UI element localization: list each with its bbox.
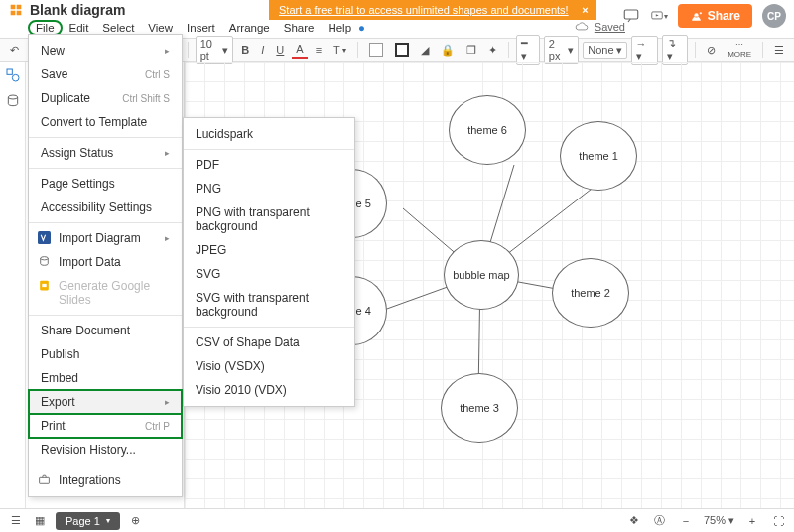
app-logo: [8, 2, 24, 18]
svg-point-3: [12, 74, 19, 81]
shapes-icon[interactable]: [5, 67, 21, 83]
slides-icon: [38, 279, 51, 292]
svg-point-13: [41, 257, 49, 260]
menu-assign-status[interactable]: Assign Status▸: [29, 141, 182, 165]
data-icon[interactable]: [5, 93, 21, 109]
center-node[interactable]: bubble map: [444, 240, 519, 310]
accessibility-icon[interactable]: Ⓐ: [652, 513, 668, 529]
layers-icon[interactable]: ❖: [626, 513, 642, 529]
menu-new[interactable]: New▸: [29, 39, 182, 63]
text-options-button[interactable]: T▾: [330, 42, 350, 58]
arrow-end[interactable]: → ▾: [631, 36, 659, 65]
svg-rect-16: [40, 477, 50, 483]
statusbar: ☰ ▦ Page 1▾ ⊕ ❖ Ⓐ − 75% ▾ + ⛶: [0, 508, 794, 532]
left-rail: [0, 62, 26, 508]
underline-button[interactable]: U: [272, 42, 288, 58]
svg-rect-2: [7, 69, 12, 74]
trial-banner: Start a free trial to access unlimited s…: [269, 0, 596, 20]
menu-duplicate[interactable]: DuplicateCtrl Shift S: [29, 86, 182, 110]
fill-button[interactable]: [365, 41, 387, 59]
menu-publish[interactable]: Publish: [29, 342, 182, 366]
export-submenu: Lucidspark PDF PNG PNG with transparent …: [183, 117, 355, 407]
share-label: Share: [708, 9, 740, 23]
saved-status[interactable]: Saved: [595, 21, 625, 33]
list-view-icon[interactable]: ☰: [8, 513, 24, 529]
menu-embed[interactable]: Embed: [29, 366, 182, 390]
present-icon[interactable]: ▾: [650, 7, 668, 25]
menu-insert[interactable]: Insert: [180, 20, 222, 36]
export-vdx[interactable]: Visio 2010 (VDX): [184, 378, 354, 402]
menu-accessibility[interactable]: Accessibility Settings: [29, 196, 182, 219]
border-color-button[interactable]: [391, 41, 413, 59]
zoom-out-button[interactable]: −: [678, 513, 694, 529]
visio-icon: [38, 231, 51, 244]
menu-share-document[interactable]: Share Document: [29, 319, 182, 342]
menu-convert-template[interactable]: Convert to Template: [29, 110, 182, 134]
line-style[interactable]: ━ ▾: [516, 35, 540, 65]
menu-help[interactable]: Help: [321, 20, 358, 36]
file-menu: New▸ SaveCtrl S DuplicateCtrl Shift S Co…: [28, 34, 183, 497]
menu-generate-slides: Generate Google Slides: [29, 274, 182, 312]
close-icon[interactable]: ×: [582, 4, 588, 16]
comment-icon[interactable]: [622, 7, 640, 25]
node-theme-1[interactable]: theme 1: [560, 121, 637, 191]
svg-point-4: [8, 95, 17, 99]
menu-export[interactable]: Export▸: [29, 390, 182, 414]
lock-button[interactable]: 🔒: [437, 42, 459, 59]
menu-import-data[interactable]: Import Data: [29, 250, 182, 274]
briefcase-icon: [38, 473, 51, 486]
line-path[interactable]: ↴ ▾: [662, 35, 688, 65]
zoom-level[interactable]: 75% ▾: [704, 514, 734, 527]
node-theme-2[interactable]: theme 2: [552, 258, 629, 328]
cloud-icon: [575, 22, 589, 32]
undo-button[interactable]: ↶: [6, 42, 23, 59]
svg-rect-0: [624, 10, 638, 19]
database-icon: [38, 255, 51, 268]
more-button[interactable]: ⋯MORE: [724, 39, 755, 61]
document-title[interactable]: Blank diagram: [30, 2, 125, 18]
grid-view-icon[interactable]: ▦: [32, 513, 48, 529]
font-size[interactable]: 10 pt ▾: [196, 36, 234, 64]
menu-revision-history[interactable]: Revision History...: [29, 438, 182, 462]
trial-link[interactable]: Start a free trial to access unlimited s…: [279, 4, 569, 16]
export-svg[interactable]: SVG: [184, 262, 354, 286]
page-tab[interactable]: Page 1▾: [56, 512, 120, 530]
menu-arrange[interactable]: Arrange: [222, 20, 277, 36]
node-theme-3[interactable]: theme 3: [441, 373, 518, 443]
help-dot: ●: [358, 22, 365, 34]
link-button[interactable]: ⊘: [703, 42, 720, 59]
bold-button[interactable]: B: [237, 42, 253, 58]
menu-page-settings[interactable]: Page Settings: [29, 172, 182, 196]
svg-rect-15: [42, 284, 46, 287]
properties-button[interactable]: ☰: [770, 42, 788, 59]
node-theme-6[interactable]: theme 6: [449, 95, 526, 165]
export-csv[interactable]: CSV of Shape Data: [184, 331, 354, 354]
export-svg-transparent[interactable]: SVG with transparent background: [184, 286, 354, 324]
zoom-in-button[interactable]: +: [744, 513, 760, 529]
menu-print[interactable]: PrintCtrl P: [29, 414, 182, 438]
export-pdf[interactable]: PDF: [184, 153, 354, 177]
align-button[interactable]: ≡: [312, 42, 326, 58]
export-png[interactable]: PNG: [184, 177, 354, 200]
export-vsdx[interactable]: Visio (VSDX): [184, 354, 354, 378]
italic-button[interactable]: I: [257, 42, 268, 58]
menu-save[interactable]: SaveCtrl S: [29, 63, 182, 86]
add-page-button[interactable]: ⊕: [128, 513, 144, 529]
menu-integrations[interactable]: Integrations: [29, 468, 182, 492]
stroke-width[interactable]: 2 px ▾: [544, 36, 579, 64]
shape-fill-button[interactable]: ◢: [417, 42, 433, 59]
fullscreen-button[interactable]: ⛶: [770, 513, 786, 529]
arrow-start[interactable]: None ▾: [583, 42, 626, 59]
export-png-transparent[interactable]: PNG with transparent background: [184, 200, 354, 238]
layers-button[interactable]: ❐: [463, 42, 480, 59]
share-button[interactable]: Share: [678, 4, 752, 28]
menu-import-diagram[interactable]: Import Diagram▸: [29, 226, 182, 250]
export-jpeg[interactable]: JPEG: [184, 238, 354, 262]
avatar[interactable]: CP: [762, 4, 786, 28]
magic-button[interactable]: ✦: [484, 42, 501, 59]
menu-share[interactable]: Share: [277, 20, 322, 36]
export-lucidspark[interactable]: Lucidspark: [184, 122, 354, 146]
text-color-button[interactable]: A: [292, 41, 307, 59]
